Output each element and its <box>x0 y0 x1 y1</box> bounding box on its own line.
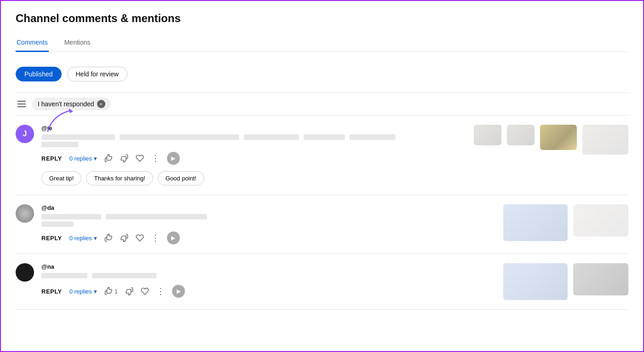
comment-handle: @da <box>41 204 207 211</box>
reply-button[interactable]: REPLY <box>41 155 62 162</box>
quick-reply-great-tip[interactable]: Great tip! <box>41 171 81 185</box>
more-button[interactable]: ⋮ <box>151 153 160 163</box>
comment-actions: REPLY 0 replies ▾ 1 ⋮ <box>41 285 496 298</box>
like-button[interactable]: 1 <box>104 287 118 295</box>
quick-reply-thanks[interactable]: Thanks for sharing! <box>86 171 153 185</box>
comment-actions: REPLY 0 replies ▾ ⋮ ▶ <box>41 152 466 165</box>
filter-row: Published Held for review <box>16 59 628 85</box>
tab-comments[interactable]: Comments <box>16 34 49 52</box>
chip-close-button[interactable]: × <box>97 100 105 108</box>
filter-published-button[interactable]: Published <box>16 67 62 81</box>
filter-held-button[interactable]: Held for review <box>67 67 127 81</box>
replies-button[interactable]: 0 replies ▾ <box>69 235 97 242</box>
quick-reply-good-point[interactable]: Good point! <box>158 171 204 185</box>
quick-replies: Great tip! Thanks for sharing! Good poin… <box>41 171 466 185</box>
avatar <box>16 263 34 282</box>
comment-item: @na REPLY 0 replies ▾ 1 <box>16 254 628 310</box>
more-button[interactable]: ⋮ <box>151 233 160 243</box>
avatar <box>16 204 34 223</box>
like-button[interactable] <box>104 154 113 162</box>
comment-thumbnails <box>503 263 628 300</box>
thumbnail <box>507 125 535 145</box>
replies-button[interactable]: 0 replies ▾ <box>69 288 97 295</box>
thumbnail <box>573 263 628 295</box>
replies-button[interactable]: 0 replies ▾ <box>69 155 97 162</box>
reply-button[interactable]: REPLY <box>41 235 62 242</box>
like-button[interactable] <box>104 234 113 242</box>
heart-button[interactable] <box>136 234 144 242</box>
tab-mentions[interactable]: Mentions <box>63 34 92 52</box>
thumbnail <box>503 263 568 300</box>
thumbnail <box>474 125 501 145</box>
comment-item: @da REPLY 0 replies ▾ <box>16 195 628 254</box>
thumbnail <box>573 204 628 237</box>
comment-handle: @je <box>41 125 396 132</box>
play-button[interactable]: ▶ <box>167 152 180 165</box>
avatar: J <box>16 125 34 143</box>
comment-thumbnails <box>503 204 628 244</box>
comment-item: J @je <box>16 115 628 195</box>
heart-button[interactable] <box>136 154 144 162</box>
heart-button[interactable] <box>141 287 149 295</box>
like-count: 1 <box>115 288 118 295</box>
comment-thumbnails <box>474 125 628 185</box>
thumbnail <box>503 204 568 241</box>
comment-actions: REPLY 0 replies ▾ ⋮ ▶ <box>41 231 496 244</box>
active-chip: I haven't responded × <box>32 98 111 110</box>
play-button[interactable]: ▶ <box>172 285 185 298</box>
comment-handle: @na <box>41 263 156 270</box>
page-title: Channel comments & mentions <box>16 12 628 25</box>
dislike-button[interactable] <box>125 287 133 295</box>
dislike-button[interactable] <box>120 234 128 242</box>
thumbnail <box>540 125 577 150</box>
play-button[interactable]: ▶ <box>167 231 180 244</box>
more-button[interactable]: ⋮ <box>156 286 165 296</box>
thumbnail <box>582 125 628 155</box>
chip-row: I haven't responded × <box>16 92 628 115</box>
filter-icon[interactable] <box>16 99 28 109</box>
tabs-bar: Comments Mentions <box>16 34 628 52</box>
dislike-button[interactable] <box>120 154 128 162</box>
reply-button[interactable]: REPLY <box>41 288 62 295</box>
chip-label: I haven't responded <box>38 100 94 108</box>
